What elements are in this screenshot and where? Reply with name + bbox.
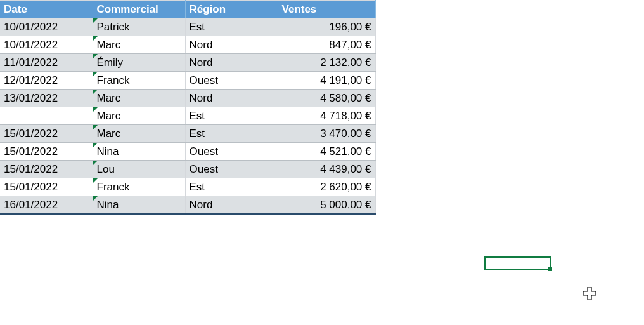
cell-region[interactable]: Ouest — [185, 143, 278, 161]
spreadsheet-table-area: Date Commercial Région Ventes 10/01/2022… — [0, 0, 375, 215]
cell-region[interactable]: Ouest — [185, 161, 278, 178]
cell-commercial[interactable]: Nina — [93, 196, 185, 215]
header-ventes[interactable]: Ventes — [278, 1, 375, 18]
data-table: Date Commercial Région Ventes 10/01/2022… — [0, 0, 376, 215]
cell-region[interactable]: Nord — [185, 196, 278, 215]
cell-commercial[interactable]: Émily — [93, 54, 185, 72]
cell-ventes[interactable]: 2 132,00 € — [278, 54, 375, 72]
table-row: MarcEst4 718,00 € — [0, 107, 375, 125]
cell-date[interactable]: 10/01/2022 — [0, 36, 93, 54]
active-cell[interactable] — [484, 256, 551, 270]
cell-ventes[interactable]: 4 580,00 € — [278, 90, 375, 107]
cell-commercial[interactable]: Lou — [93, 161, 185, 178]
table-body: 10/01/2022PatrickEst196,00 €10/01/2022Ma… — [0, 18, 375, 215]
cell-commercial[interactable]: Nina — [93, 143, 185, 161]
cell-ventes[interactable]: 3 470,00 € — [278, 125, 375, 143]
header-date[interactable]: Date — [0, 1, 93, 18]
table-row: 15/01/2022FranckEst2 620,00 € — [0, 178, 375, 196]
table-row: 10/01/2022MarcNord847,00 € — [0, 36, 375, 54]
cell-commercial[interactable]: Marc — [93, 36, 185, 54]
cell-date[interactable] — [0, 107, 93, 125]
cell-date[interactable]: 12/01/2022 — [0, 72, 93, 90]
table-row: 15/01/2022MarcEst3 470,00 € — [0, 125, 375, 143]
cell-region[interactable]: Est — [185, 107, 278, 125]
excel-cross-cursor-icon — [583, 287, 596, 300]
cell-date[interactable]: 16/01/2022 — [0, 196, 93, 215]
table-row: 10/01/2022PatrickEst196,00 € — [0, 18, 375, 36]
cell-ventes[interactable]: 5 000,00 € — [278, 196, 375, 215]
cell-ventes[interactable]: 196,00 € — [278, 18, 375, 36]
fill-handle[interactable] — [548, 267, 552, 271]
cell-region[interactable]: Nord — [185, 36, 278, 54]
table-row: 11/01/2022ÉmilyNord2 132,00 € — [0, 54, 375, 72]
table-row: 16/01/2022NinaNord5 000,00 € — [0, 196, 375, 215]
cell-commercial[interactable]: Marc — [93, 90, 185, 107]
header-region[interactable]: Région — [185, 1, 278, 18]
cell-date[interactable]: 11/01/2022 — [0, 54, 93, 72]
cell-region[interactable]: Est — [185, 178, 278, 196]
table-row: 12/01/2022FranckOuest4 191,00 € — [0, 72, 375, 90]
cell-region[interactable]: Est — [185, 125, 278, 143]
cell-commercial[interactable]: Patrick — [93, 18, 185, 36]
cell-commercial[interactable]: Marc — [93, 125, 185, 143]
table-header-row: Date Commercial Région Ventes — [0, 1, 375, 18]
cell-ventes[interactable]: 4 521,00 € — [278, 143, 375, 161]
cell-ventes[interactable]: 4 439,00 € — [278, 161, 375, 178]
table-row: 15/01/2022NinaOuest4 521,00 € — [0, 143, 375, 161]
header-commercial[interactable]: Commercial — [93, 1, 185, 18]
cell-date[interactable]: 10/01/2022 — [0, 18, 93, 36]
cell-ventes[interactable]: 2 620,00 € — [278, 178, 375, 196]
cell-ventes[interactable]: 4 718,00 € — [278, 107, 375, 125]
table-row: 13/01/2022MarcNord4 580,00 € — [0, 90, 375, 107]
cell-date[interactable]: 13/01/2022 — [0, 90, 93, 107]
cell-region[interactable]: Est — [185, 18, 278, 36]
cell-commercial[interactable]: Franck — [93, 72, 185, 90]
cell-ventes[interactable]: 847,00 € — [278, 36, 375, 54]
cell-date[interactable]: 15/01/2022 — [0, 161, 93, 178]
cell-date[interactable]: 15/01/2022 — [0, 125, 93, 143]
cell-date[interactable]: 15/01/2022 — [0, 143, 93, 161]
cell-region[interactable]: Nord — [185, 90, 278, 107]
cell-ventes[interactable]: 4 191,00 € — [278, 72, 375, 90]
cell-date[interactable]: 15/01/2022 — [0, 178, 93, 196]
cell-region[interactable]: Nord — [185, 54, 278, 72]
table-row: 15/01/2022LouOuest4 439,00 € — [0, 161, 375, 178]
cell-commercial[interactable]: Franck — [93, 178, 185, 196]
cell-region[interactable]: Ouest — [185, 72, 278, 90]
cell-commercial[interactable]: Marc — [93, 107, 185, 125]
